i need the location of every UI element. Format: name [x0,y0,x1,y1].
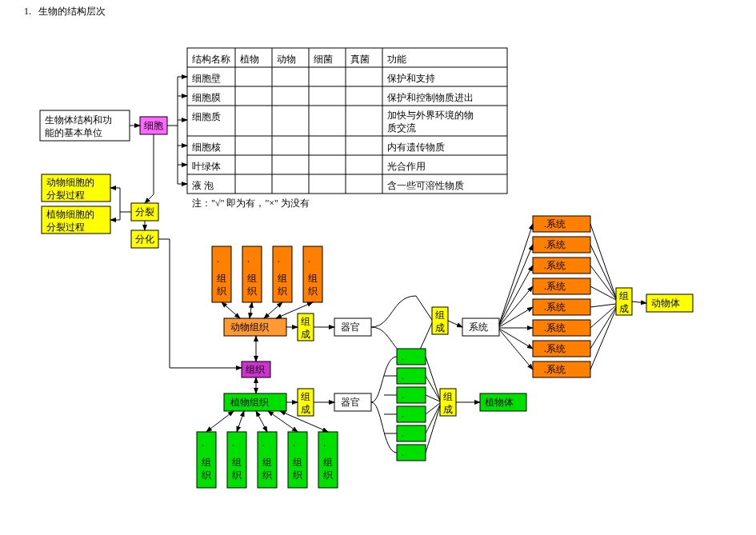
tissue-item: 组 [247,273,257,284]
tissue-item: 组 [278,273,287,284]
th: 功能 [387,54,406,65]
plant-split-t1: 植物细胞的 [46,209,94,220]
td-func: 保护和支持 [387,73,435,84]
connector [590,286,616,300]
td-name: 叶绿体 [192,161,221,172]
tissue-item: 组 [323,457,333,468]
basic-unit-text-2: 能的基本单位 [45,127,102,138]
page-title: 生物的结构层次 [38,6,106,17]
dot: . [402,351,404,362]
connector [206,411,234,432]
th: 结构名称 [192,54,230,65]
dot: . [323,437,326,449]
tissue-item: 织 [232,469,242,481]
connector [256,411,267,432]
td-func: 保护和控制物质进出 [387,92,474,103]
td-name: 细胞质 [192,111,221,122]
th: 真菌 [350,54,370,65]
plant-tissue-items: . . . . . 组织 组织 组织 组织 组织 [197,432,338,488]
tissue-item: 织 [247,285,257,297]
connector [145,194,154,203]
animal-body-label: 动物体 [651,297,680,309]
dot: . [247,254,250,265]
dot: . [262,437,265,449]
th: 动物 [277,54,296,65]
connector [499,286,533,326]
table-note: 注："√" 即为有，"×" 为没有 [192,198,310,209]
connector [426,376,440,401]
organ-animal-label: 器官 [341,321,360,333]
compose-t2: 成 [301,329,310,340]
th: 细菌 [314,54,333,65]
th: 植物 [240,54,259,65]
connector [416,296,432,320]
compose-t2: 成 [619,303,629,314]
connector [590,266,616,299]
tissue-item: 组 [308,273,318,284]
tissue-label: 组织 [246,364,265,375]
compose-t1: 组 [619,290,629,301]
title-number: 1. [24,6,31,17]
plant-body-label: 植物体 [485,397,514,408]
tissue-item: 组 [293,457,302,468]
connector [426,395,440,401]
system-item: .系统 [544,301,566,313]
dot: . [402,447,404,458]
system-label: 系统 [469,321,488,333]
connector [237,411,244,432]
structure-table: 结构名称 植物 动物 细菌 真菌 功能 细胞壁 细胞膜 细胞质 细胞核 叶绿体 … [187,48,507,194]
plant-split-t2: 分裂过程 [46,222,85,233]
cell-label: 细胞 [144,120,163,131]
system-item: .系统 [544,239,566,250]
compose-t1: 组 [435,309,445,321]
tissue-item: 织 [293,469,302,481]
td-name: 细胞壁 [192,73,221,84]
tissue-item: 组 [232,457,242,468]
connector [250,302,252,318]
td-func: 含一些可溶性物质 [387,180,464,191]
split-label: 分裂 [135,206,154,218]
dot: . [217,254,219,265]
connector [590,309,616,369]
connector [632,301,646,303]
connector [590,307,616,349]
system-item: .系统 [544,218,566,230]
td-func: 加快与外界环境的物 [387,110,474,121]
connector [590,245,616,298]
connector [499,329,533,349]
td-func: 质交流 [387,122,416,134]
tissue-item: 组 [262,457,272,468]
plant-organ-items: . . . . . . [397,349,426,461]
tissue-item: 织 [217,285,226,297]
connector [264,302,282,318]
system-item: .系统 [544,343,566,354]
compose-t2: 成 [435,322,445,333]
bracket [371,357,397,453]
connector [499,245,533,325]
system-item: .系统 [544,281,566,292]
dot: . [402,409,404,420]
tissue-item: 织 [308,285,318,297]
animal-tissue-items: . . . . 组 织 组 织 组 织 组 织 [212,246,322,302]
connector [222,302,240,318]
compose-t1: 组 [301,316,310,327]
tissue-item: 织 [202,469,211,481]
dot: . [402,428,404,439]
system-item: .系统 [544,260,566,271]
compose-t2: 成 [301,404,310,415]
tissue-item: 组 [217,273,226,284]
td-name: 细胞核 [192,142,221,153]
dot: . [402,370,404,381]
compose-t1: 组 [301,391,310,402]
tissue-item: 组 [202,457,211,468]
connector [448,321,462,327]
system-item: .系统 [544,322,566,333]
diff-label: 分化 [135,234,154,245]
dot: . [278,254,280,265]
system-items: .系统 .系统 .系统 .系统 .系统 .系统 .系统 .系统 [533,216,590,377]
system-item: .系统 [544,364,566,375]
dot: . [308,254,310,265]
compose-t1: 组 [443,391,453,402]
tissue-item: 织 [278,285,287,297]
tissue-item: 织 [323,469,333,481]
